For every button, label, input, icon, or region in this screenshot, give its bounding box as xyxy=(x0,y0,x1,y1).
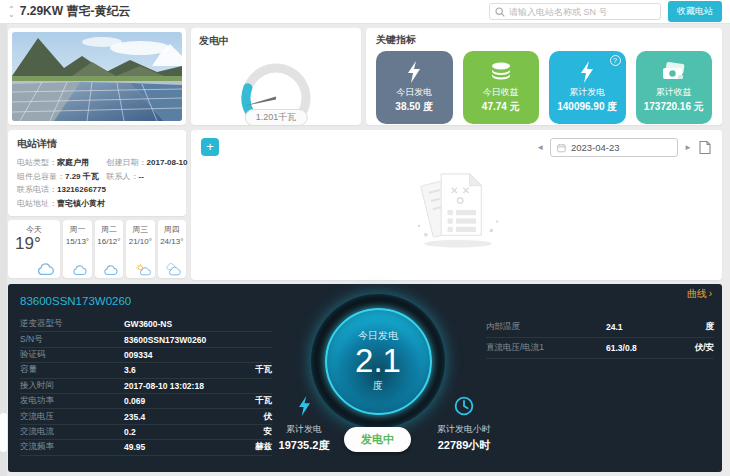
weather-temp: 16/12° xyxy=(97,237,120,246)
station-search[interactable] xyxy=(489,3,661,20)
weather-thu: 周四 24/13° xyxy=(158,220,186,278)
weather-tue: 周二 16/12° xyxy=(95,220,123,278)
station-title: 7.29KW 曹宅-黄纪云 xyxy=(20,3,131,20)
kpi-today-income: 今日收益 47.74 元 xyxy=(463,51,540,124)
banknotes-icon xyxy=(661,62,687,83)
total-hours-stat: 累计发电小时 22789小时 xyxy=(414,396,514,453)
help-icon[interactable]: ? xyxy=(610,55,621,66)
power-gauge-card: 发电中 1.201千瓦 xyxy=(191,28,361,125)
lightning-icon xyxy=(579,61,595,83)
search-icon xyxy=(495,7,505,17)
table-row: 交流频率49.95赫兹 xyxy=(20,440,272,455)
weather-day: 周一 xyxy=(69,224,85,235)
no-data-illustration xyxy=(397,164,517,259)
ring-unit: 度 xyxy=(373,379,383,393)
key-metrics-title: 关键指标 xyxy=(376,33,712,47)
calendar-icon xyxy=(557,143,566,153)
station-photo xyxy=(12,32,182,121)
key-metrics-card: 关键指标 今日发电 38.50 度 今日收益 47.74 元 ? 累计发电 14… xyxy=(366,28,722,125)
weather-day: 周三 xyxy=(132,224,148,235)
weather-day: 周四 xyxy=(164,224,180,235)
weather-mon: 周一 15/13° xyxy=(63,220,91,278)
date-picker[interactable] xyxy=(550,138,678,157)
clock-icon xyxy=(454,396,474,416)
kpi-total-generation: ? 累计发电 140096.90 度 xyxy=(549,51,626,124)
detail-contact: 联系人：-- xyxy=(107,170,177,184)
plant-details-title: 电站详情 xyxy=(17,137,177,151)
detail-create-date: 创建日期：2017-08-10 xyxy=(107,156,177,170)
left-scrollbar-track xyxy=(0,24,7,476)
inverter-serial-header[interactable]: 83600SSN173W0260 xyxy=(20,295,131,307)
gauge-value: 1.201千瓦 xyxy=(245,109,308,126)
weather-day: 周二 xyxy=(101,224,117,235)
station-photo-card xyxy=(8,28,186,125)
table-row: 逆变器型号GW3600-NS xyxy=(20,317,272,332)
ring-value: 2.1 xyxy=(355,343,401,379)
total-generation-stat: 累计发电 19735.2度 xyxy=(254,396,354,453)
cloud-icon xyxy=(103,264,119,276)
favorite-station-button[interactable]: 收藏电站 xyxy=(668,1,722,22)
stat-value: 22789小时 xyxy=(414,438,514,453)
clouds-icon xyxy=(165,263,182,276)
gauge-status-label: 发电中 xyxy=(199,34,353,48)
kpi-value: 47.74 元 xyxy=(482,100,520,114)
detail-address: 电站地址：曹宅镇小黄村 xyxy=(17,197,177,211)
stat-label: 累计发电 xyxy=(254,423,354,436)
kpi-value: 38.50 度 xyxy=(395,100,433,114)
table-row: 容量3.6千瓦 xyxy=(20,363,272,378)
kpi-label: 今日发电 xyxy=(396,86,432,99)
table-row: 验证码009334 xyxy=(20,348,272,363)
cloud-icon xyxy=(72,264,88,276)
detail-phone: 联系电话：13216266775 xyxy=(17,183,177,197)
table-row: 发电功率0.069千瓦 xyxy=(20,394,272,409)
weather-wed: 周三 21/10° xyxy=(126,220,154,278)
export-report-icon[interactable] xyxy=(698,140,712,155)
dashboard-page: ⌃⌄ 7.29KW 曹宅-黄纪云 收藏电站 xyxy=(0,0,730,476)
cloud-icon xyxy=(36,262,56,276)
chevron-right-icon: › xyxy=(709,288,712,299)
weather-forecast: 今天 19° 周一 15/13° 周二 16/12° 周三 21/10° 周四 … xyxy=(8,220,186,278)
lightning-icon xyxy=(406,61,422,83)
search-input[interactable] xyxy=(509,7,655,17)
table-row: 交流电流0.2安 xyxy=(20,425,272,440)
kpi-label: 今日收益 xyxy=(483,86,519,99)
top-bar: ⌃⌄ 7.29KW 曹宅-黄纪云 收藏电站 xyxy=(0,0,730,24)
table-row: 交流电压235.4伏 xyxy=(20,409,272,424)
prev-day-arrow[interactable]: ◄ xyxy=(535,143,545,152)
weather-temp: 15/13° xyxy=(66,237,89,246)
weather-temp: 24/13° xyxy=(160,237,183,246)
generation-chart-card: + ◄ ► xyxy=(191,130,722,280)
weather-temp: 21/10° xyxy=(129,237,152,246)
curve-link[interactable]: 曲线› xyxy=(687,287,712,301)
weather-temp: 19° xyxy=(15,235,41,253)
coins-icon xyxy=(489,61,513,83)
kpi-label: 累计发电 xyxy=(569,86,605,99)
next-day-arrow[interactable]: ► xyxy=(683,143,693,152)
collapse-chevron-icon[interactable]: ⌃⌄ xyxy=(8,7,15,17)
inverter-dc-table: 内部温度24.1度 直流电压/电流161.3/0.8伏/安 xyxy=(486,317,714,359)
detail-capacity: 组件总容量：7.29 千瓦 xyxy=(17,170,107,184)
inverter-info-table: 逆变器型号GW3600-NS S/N号83600SSN173W0260 验证码0… xyxy=(20,317,272,456)
kpi-value: 140096.90 度 xyxy=(557,100,617,114)
inverter-panel: 曲线› 83600SSN173W0260 逆变器型号GW3600-NS S/N号… xyxy=(8,284,722,472)
stat-value: 19735.2度 xyxy=(254,438,354,453)
table-row: 直流电压/电流161.3/0.8伏/安 xyxy=(486,338,714,359)
add-chart-button[interactable]: + xyxy=(201,138,219,156)
table-row: 接入时间2017-08-10 13:02:18 xyxy=(20,379,272,394)
generating-status-button[interactable]: 发电中 xyxy=(344,427,411,452)
table-row: S/N号83600SSN173W0260 xyxy=(20,332,272,347)
kpi-total-income: 累计收益 173720.16 元 xyxy=(636,51,713,124)
table-row: 内部温度24.1度 xyxy=(486,317,714,338)
left-scrollbar-thumb[interactable] xyxy=(0,413,7,452)
weather-today: 今天 19° xyxy=(8,220,60,278)
lightning-icon xyxy=(297,396,312,416)
kpi-today-generation: 今日发电 38.50 度 xyxy=(376,51,453,124)
stat-label: 累计发电小时 xyxy=(414,423,514,436)
detail-station-type: 电站类型：家庭户用 xyxy=(17,156,107,170)
kpi-label: 累计收益 xyxy=(656,86,692,99)
date-input[interactable] xyxy=(571,142,671,153)
ring-label: 今日发电 xyxy=(358,329,398,343)
sun-cloud-icon xyxy=(135,263,151,276)
plant-details-card: 电站详情 电站类型：家庭户用 创建日期：2017-08-10 组件总容量：7.2… xyxy=(8,130,186,216)
kpi-value: 173720.16 元 xyxy=(644,100,704,114)
